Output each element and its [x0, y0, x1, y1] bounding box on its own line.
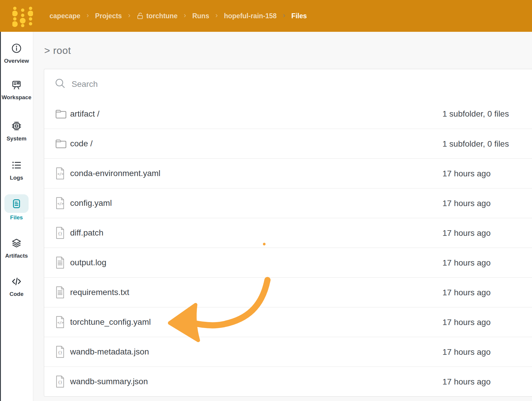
info-icon [11, 43, 22, 54]
breadcrumb-label: capecape [49, 12, 80, 20]
sidebar-item-label: Workspace [1, 94, 31, 101]
json-file-icon: {} [55, 346, 70, 358]
svg-text:{}: {} [58, 380, 62, 385]
file-name: code / [70, 139, 92, 148]
file-name: output.log [70, 258, 106, 267]
file-name: diff.patch [70, 228, 103, 238]
sidebar-item-label: Code [9, 291, 24, 297]
table-row[interactable]: code /1 subfolder, 0 files [44, 129, 532, 158]
file-name: wandb-metadata.json [70, 347, 149, 357]
file-meta: 17 hours ago [442, 337, 490, 367]
table-row[interactable]: artifact /1 subfolder, 0 files [44, 99, 532, 129]
svg-text:{}: {} [58, 231, 62, 236]
breadcrumb-label: Projects [95, 12, 122, 20]
file-name: torchtune_config.yaml [70, 317, 151, 327]
layers-icon [11, 238, 22, 249]
file-meta: 17 hours ago [442, 188, 490, 218]
folder-icon [55, 138, 70, 150]
search-row [44, 69, 532, 99]
search-input[interactable] [71, 75, 532, 93]
file-name: requirements.txt [70, 288, 129, 297]
breadcrumb-separator: › [215, 11, 218, 19]
code-file-icon: </> [55, 316, 70, 328]
text-file-icon [55, 256, 70, 269]
breadcrumb-label: Files [291, 12, 307, 20]
file-name: wandb-summary.json [70, 377, 148, 386]
svg-text:{}: {} [58, 350, 62, 355]
file-meta: 17 hours ago [442, 278, 490, 307]
sidebar-item-code[interactable]: Code [0, 276, 33, 297]
json-file-icon: {} [55, 227, 70, 239]
unlock-icon [137, 12, 144, 20]
breadcrumb-separator: › [128, 11, 130, 19]
wandb-logo-icon[interactable] [12, 5, 33, 27]
file-meta: 1 subfolder, 0 files [442, 99, 509, 129]
file-name: config.yaml [70, 198, 112, 208]
table-row[interactable]: {}wandb-metadata.json17 hours ago [44, 337, 532, 367]
file-meta: 17 hours ago [442, 218, 490, 248]
sidebar: OverviewWorkspaceSystemLogsFilesArtifact… [0, 32, 33, 401]
table-row[interactable]: requirements.txt17 hours ago [44, 277, 532, 307]
file-meta: 17 hours ago [442, 307, 490, 337]
list-icon [11, 160, 22, 171]
breadcrumb-separator: › [184, 11, 186, 19]
breadcrumb-label: hopeful-rain-158 [224, 12, 277, 20]
document-icon [11, 198, 22, 209]
sidebar-item-artifacts[interactable]: Artifacts [0, 238, 33, 259]
search-icon [55, 78, 66, 90]
sidebar-item-label: System [6, 135, 27, 142]
code-icon [11, 276, 22, 287]
file-meta: 1 subfolder, 0 files [442, 129, 509, 159]
sidebar-item-label: Files [10, 214, 23, 221]
file-meta: 17 hours ago [442, 367, 490, 397]
breadcrumb: capecape›Projects›torchtune›Runs›hopeful… [49, 0, 307, 32]
file-meta: 17 hours ago [442, 248, 490, 278]
sidebar-item-label: Artifacts [5, 253, 28, 259]
table-row[interactable]: </>config.yaml17 hours ago [44, 188, 532, 218]
app-header: capecape›Projects›torchtune›Runs›hopeful… [0, 0, 532, 32]
folder-icon [55, 108, 70, 120]
breadcrumb-item-files[interactable]: Files [291, 12, 307, 20]
sidebar-item-overview[interactable]: Overview [0, 43, 33, 64]
table-row[interactable]: </>torchtune_config.yaml17 hours ago [44, 307, 532, 337]
table-row[interactable]: {}wandb-summary.json17 hours ago [44, 367, 532, 396]
breadcrumb-label: Runs [192, 12, 209, 20]
sidebar-item-label: Logs [10, 175, 23, 181]
svg-text:</>: </> [57, 321, 64, 325]
breadcrumb-separator: › [87, 11, 89, 19]
svg-text:</>: </> [57, 172, 64, 176]
files-table: artifact /1 subfolder, 0 filescode /1 su… [44, 69, 532, 397]
sidebar-item-label: Overview [4, 58, 29, 64]
breadcrumb-separator: › [283, 11, 285, 19]
breadcrumb-label: torchtune [146, 12, 178, 20]
sidebar-item-files[interactable]: Files [0, 194, 33, 221]
table-row[interactable]: </>conda-environment.yaml17 hours ago [44, 158, 532, 188]
sidebar-item-system[interactable]: System [0, 120, 33, 142]
file-name: conda-environment.yaml [70, 169, 161, 178]
table-row[interactable]: output.log17 hours ago [44, 248, 532, 277]
breadcrumb-item-projects[interactable]: Projects [95, 12, 122, 20]
sidebar-active-pill [4, 194, 29, 213]
main-panel: > root artifact /1 subfolder, 0 filescod… [33, 32, 532, 401]
file-name: artifact / [70, 109, 100, 119]
code-file-icon: </> [55, 167, 70, 180]
cpu-chip-icon [11, 120, 22, 132]
sidebar-item-logs[interactable]: Logs [0, 160, 33, 181]
breadcrumb-item-capecape[interactable]: capecape [49, 12, 80, 20]
path-heading: > root [44, 45, 71, 56]
sidebar-item-workspace[interactable]: Workspace [0, 79, 33, 101]
json-file-icon: {} [55, 375, 70, 388]
workspace-board-icon [11, 79, 22, 90]
breadcrumb-item-hopeful-rain-158[interactable]: hopeful-rain-158 [224, 12, 277, 20]
breadcrumb-item-torchtune[interactable]: torchtune [137, 12, 178, 20]
code-file-icon: </> [55, 197, 70, 209]
file-meta: 17 hours ago [442, 159, 490, 188]
svg-text:</>: </> [57, 202, 64, 206]
text-file-icon [55, 286, 70, 299]
table-row[interactable]: {}diff.patch17 hours ago [44, 218, 532, 248]
breadcrumb-item-runs[interactable]: Runs [192, 12, 209, 20]
